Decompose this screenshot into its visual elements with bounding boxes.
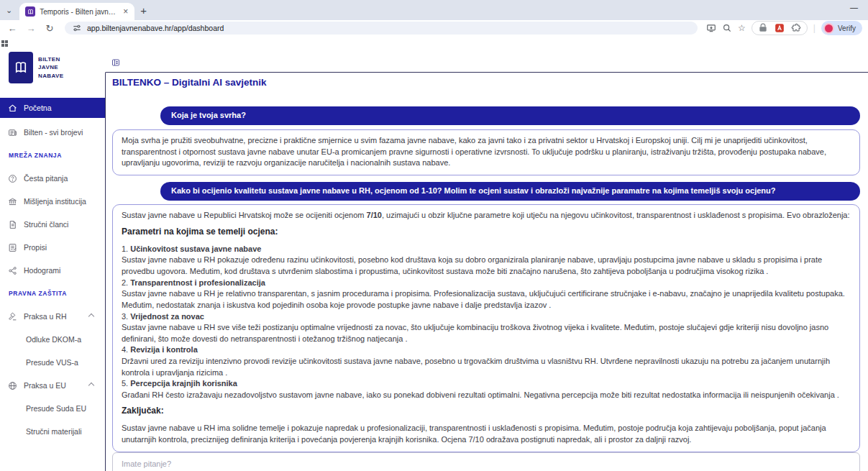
parameter-item: 4. Revizija i kontrola Državni ured za r… (122, 344, 851, 378)
question-input[interactable] (112, 452, 860, 471)
sidebar-item-label: Propisi (24, 243, 47, 252)
sidebar-item-label: Stručni materijali (26, 427, 82, 436)
toolbar-separator: | (813, 23, 816, 33)
sidebar: BILTEN JAVNE NABAVE Početna Bilten - svi… (0, 50, 105, 471)
globe-icon (8, 381, 17, 390)
sidebar-item-praksa-u-rh[interactable]: Praksa u RH (0, 305, 105, 328)
tab-strip: ⌄ Temporis - Bilten javne nabave × + — (0, 0, 868, 20)
sidebar-item-label: Praksa u EU (24, 381, 66, 390)
sidebar-item-label: Česta pitanja (24, 174, 68, 183)
section-pravna-zastita: PRAVNA ZAŠTITA (0, 282, 105, 305)
sidebar-toggle-icon[interactable] (111, 58, 120, 67)
sidebar-item-label: Presude Suda EU (26, 404, 86, 413)
grid-apps-icon[interactable] (1, 40, 8, 47)
sidebar-item-propisi[interactable]: Propisi (0, 236, 105, 259)
user-message: Koja je tvoja svrha? (160, 106, 860, 125)
url-bar[interactable]: app.biltenjavnenabave.hr/app/dashboard (65, 22, 698, 35)
conclusion-paragraph: Sustav javne nabave u RH ima solidne tem… (122, 423, 851, 445)
browser-toolbar: ← → ↻ app.biltenjavnenabave.hr/app/dashb… (0, 20, 868, 36)
browser-tab[interactable]: Temporis - Bilten javne nabave × (19, 3, 134, 20)
regulations-icon (8, 243, 17, 252)
ai-intro-paragraph: Sustav javne nabave u Republici Hrvatsko… (122, 210, 851, 221)
sidebar-item-label: Odluke DKOM-a (26, 335, 81, 344)
tab-search-chevron-icon[interactable]: ⌄ (6, 6, 12, 15)
parameter-item: 1. Učinkovitost sustava javne nabave Sus… (122, 244, 851, 278)
sidebar-item-misljenja-institucija[interactable]: Mišljenja institucija (0, 190, 105, 213)
refresh-icon[interactable]: ↻ (43, 24, 56, 33)
zoom-icon[interactable] (722, 23, 732, 33)
user-message: Kako bi ocijenio kvalitetu sustava javne… (160, 182, 860, 201)
sidebar-item-presude-vus[interactable]: Presude VUS-a (0, 351, 105, 374)
flowchart-icon (8, 266, 17, 275)
institution-icon (8, 197, 17, 206)
site-settings-icon[interactable] (72, 23, 82, 33)
page-title: BILTENKO – Digitalni AI savjetnik (112, 77, 860, 88)
home-icon (8, 104, 17, 113)
sidebar-item-label: Početna (24, 104, 52, 112)
parameter-item: 2. Transparentnost i profesionalizacija … (122, 278, 851, 311)
page-dashboard: BILTEN JAVNE NABAVE Početna Bilten - svi… (0, 36, 868, 471)
forward-icon[interactable]: → (24, 24, 37, 33)
sidebar-item-label: Mišljenja institucija (24, 197, 86, 206)
sidebar-item-strucni-clanci[interactable]: Stručni članci (0, 213, 105, 236)
sidebar-item-bilten[interactable]: Bilten - svi brojevi (0, 121, 105, 144)
minimize-window-icon[interactable]: — (850, 3, 858, 12)
chevron-up-icon[interactable] (88, 383, 94, 388)
chat-panel: BILTENKO – Digitalni AI savjetnik Koja j… (105, 72, 868, 471)
extensions-pill (751, 21, 808, 35)
parameter-item: 3. Vrijednost za novac Sustav javne naba… (122, 311, 851, 345)
gavel-icon (8, 312, 17, 321)
tab-title: Temporis - Bilten javne nabave (40, 8, 117, 16)
newspaper-icon (8, 128, 17, 137)
chevron-up-icon[interactable] (88, 314, 94, 319)
profile-avatar (823, 23, 834, 34)
brand-name: BILTEN JAVNE NABAVE (38, 55, 64, 81)
message-list: Koja je tvoja svrha? Moja svrha je pruži… (112, 106, 860, 452)
parameters-heading: Parametri na kojima se temelji ocjena: (122, 226, 851, 238)
browser-window: ⌄ Temporis - Bilten javne nabave × + — ←… (0, 0, 868, 471)
profile-chip[interactable]: Verify (821, 21, 862, 35)
bookmark-star-icon[interactable]: ☆ (738, 23, 746, 33)
sidebar-item-label: Bilten - svi brojevi (24, 128, 83, 137)
back-icon[interactable]: ← (6, 24, 19, 33)
ai-message: Sustav javne nabave u Republici Hrvatsko… (112, 204, 860, 452)
site-favicon-icon (25, 6, 35, 17)
new-tab-button[interactable]: + (140, 4, 147, 17)
help-circle-icon (8, 174, 17, 183)
brand-book-icon (9, 52, 33, 83)
sidebar-item-label: Praksa u RH (24, 312, 67, 321)
question-input-wrapper (112, 452, 860, 471)
conclusion-heading: Zaključak: (122, 405, 851, 417)
sidebar-item-label: Hodogrami (24, 266, 60, 275)
sidebar-item-odluke-dkom[interactable]: Odluke DKOM-a (0, 328, 105, 351)
extensions-puzzle-icon[interactable] (791, 23, 801, 33)
sidebar-nav: Početna Bilten - svi brojevi MREŽA ZNANJ… (0, 98, 105, 443)
url-text[interactable]: app.biltenjavnenabave.hr/app/dashboard (87, 24, 224, 32)
profile-label: Verify (838, 24, 856, 32)
pdf-extension-icon[interactable] (775, 23, 785, 33)
sidebar-item-label: Presude VUS-a (26, 358, 78, 367)
main-content: BILTENKO – Digitalni AI savjetnik Koja j… (105, 36, 868, 471)
sidebar-item-pocetna[interactable]: Početna (0, 98, 105, 118)
brand[interactable]: BILTEN JAVNE NABAVE (0, 50, 105, 83)
ai-message: Moja svrha je pružiti sveobuhvatne, prec… (112, 129, 860, 175)
parameter-item: 5. Percepcija krajnjih korisnika Građani… (122, 378, 851, 401)
install-app-icon[interactable] (706, 23, 716, 33)
sidebar-item-presude-suda-eu[interactable]: Presude Suda EU (0, 397, 105, 420)
sidebar-item-strucni-materijali[interactable]: Stručni materijali (0, 420, 105, 443)
article-icon (8, 220, 17, 229)
sidebar-item-praksa-u-eu[interactable]: Praksa u EU (0, 374, 105, 397)
shopping-extension-icon[interactable] (758, 23, 768, 33)
sidebar-item-label: Stručni članci (24, 220, 68, 229)
sidebar-item-cesta-pitanja[interactable]: Česta pitanja (0, 167, 105, 190)
section-mreza-znanja: MREŽA ZNANJA (0, 144, 105, 167)
sidebar-item-hodogrami[interactable]: Hodogrami (0, 259, 105, 282)
tab-close-icon[interactable]: × (121, 6, 130, 17)
